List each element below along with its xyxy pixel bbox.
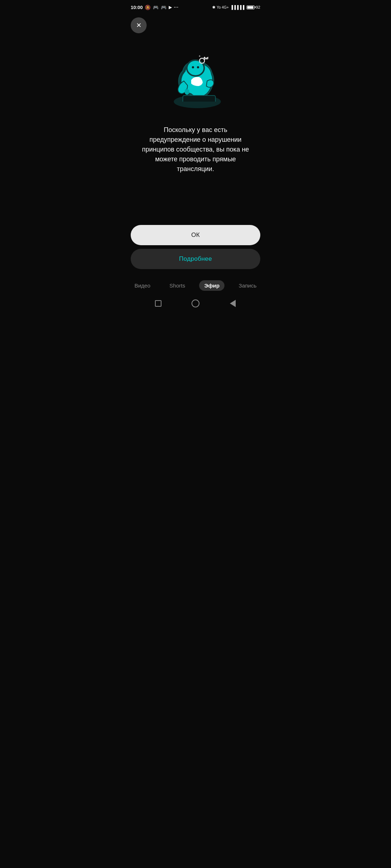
svg-line-7 (206, 58, 207, 59)
main-content: ✦ ✦ Поскольку у вас есть предупреждение … (125, 35, 266, 217)
nav-live-label: Эфир (204, 282, 219, 289)
time-display: 10:00 (131, 5, 143, 10)
nav-live[interactable]: Эфир (199, 280, 224, 291)
restriction-illustration: ✦ ✦ (159, 42, 232, 114)
network-icon: Yo 4G+ (217, 5, 229, 9)
back-button[interactable] (228, 298, 238, 309)
details-button[interactable]: Подробнее (131, 249, 260, 269)
nav-video-label: Видео (134, 282, 150, 289)
status-indicators: ✱ Yo 4G+ ▐▐▐▐▐ 92 (212, 5, 261, 10)
svg-rect-12 (179, 102, 219, 105)
battery-icon (247, 5, 255, 9)
square-icon (155, 300, 161, 307)
close-icon: ✕ (136, 22, 142, 29)
home-button[interactable] (190, 298, 201, 309)
ok-button[interactable]: ОК (131, 225, 260, 245)
bluetooth-icon: ✱ (212, 5, 215, 10)
close-button[interactable]: ✕ (131, 17, 147, 33)
game2-icon: 🎮 (161, 5, 167, 10)
bottom-navigation: Видео Shorts Эфир Запись (125, 277, 266, 294)
game-icon: 🎮 (153, 5, 159, 10)
nav-shorts-label: Shorts (169, 282, 185, 289)
back-icon (230, 300, 236, 307)
status-time: 10:00 🔕 🎮 🎮 ▶ ··· (131, 5, 178, 10)
svg-line-8 (207, 58, 208, 59)
play-icon: ▶ (169, 5, 172, 10)
notifications-icon: 🔕 (145, 5, 151, 10)
action-buttons: ОК Подробнее (125, 225, 266, 269)
svg-text:✦: ✦ (203, 55, 206, 60)
recent-apps-button[interactable] (153, 298, 163, 309)
circle-icon (192, 299, 199, 307)
signal-icon: ▐▐▐▐▐ (230, 5, 244, 9)
restriction-message: Поскольку у вас есть предупреждение о на… (138, 125, 253, 174)
nav-video[interactable]: Видео (129, 280, 155, 291)
svg-point-4 (197, 66, 199, 68)
svg-point-3 (192, 66, 194, 68)
nav-record-label: Запись (239, 282, 256, 289)
dots-icon: ··· (174, 5, 178, 10)
status-bar: 10:00 🔕 🎮 🎮 ▶ ··· ✱ Yo 4G+ ▐▐▐▐▐ 92 (125, 0, 266, 13)
battery-percent: 92 (256, 5, 260, 9)
system-navigation (125, 294, 266, 312)
nav-shorts[interactable]: Shorts (164, 280, 190, 291)
nav-record[interactable]: Запись (234, 280, 261, 291)
svg-text:✦: ✦ (198, 55, 201, 58)
